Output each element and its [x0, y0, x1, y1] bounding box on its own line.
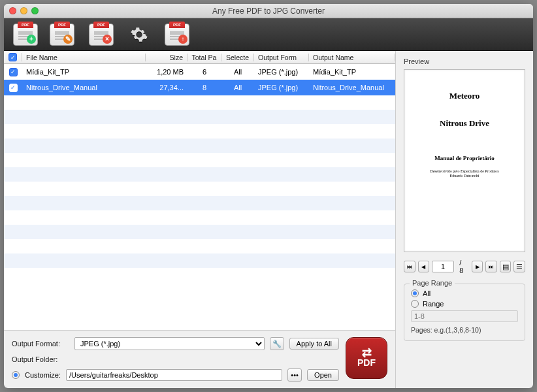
output-format-label: Output Format: — [12, 340, 69, 348]
page-range-group: Page Range All Range Pages: e.g.(1,3,6,8… — [404, 284, 525, 341]
cell-format: JPEG (*.jpg) — [254, 84, 309, 91]
pager: ⏮ ◀ / 8 ▶ ⏭ ▤ ☰ — [404, 259, 525, 274]
convert-button[interactable]: ⇄ PDF — [346, 337, 387, 379]
toolbar: PDF + ▼ PDF ✎ PDF × PDF ↑ — [4, 18, 533, 51]
up-arrow-icon: ↑ — [178, 35, 187, 44]
row-checkbox[interactable]: ✓ — [9, 68, 18, 76]
prev-page-button[interactable]: ◀ — [418, 261, 430, 272]
output-format-select[interactable]: JPEG (*.jpg) — [74, 337, 265, 350]
page-total: / 8 — [459, 259, 466, 274]
cell-total: 6 — [187, 68, 221, 76]
first-page-button[interactable]: ⏮ — [404, 261, 415, 272]
add-pdf-button[interactable]: PDF + — [13, 24, 38, 46]
range-all-label: All — [423, 289, 431, 297]
range-hint: Pages: e.g.(1,3,6,8-10) — [411, 326, 518, 334]
col-output-format[interactable]: Output Form — [254, 54, 309, 61]
minimize-icon[interactable] — [20, 7, 27, 14]
last-page-button[interactable]: ⏭ — [485, 261, 497, 272]
cell-format: JPEG (*.jpg) — [254, 68, 309, 76]
preview-title1: Meteoro — [449, 91, 480, 101]
preview-credits: Desenvolvido pelo Especialista de Produt… — [430, 169, 498, 178]
table-header: ✓ File Name Size Total Pa Selecte Output… — [4, 51, 395, 64]
row-checkbox[interactable]: ✓ — [9, 84, 18, 92]
col-size[interactable]: Size — [146, 54, 187, 61]
cell-output-name: Nitrous_Drive_Manual — [309, 84, 395, 91]
pencil-icon: ✎ — [63, 35, 73, 44]
cell-total: 8 — [187, 84, 221, 91]
edit-pdf-button[interactable]: PDF ✎ — [50, 24, 74, 46]
page-list-button[interactable]: ☰ — [513, 261, 525, 272]
table-row[interactable]: ✓ Mídia_Kit_TP 1,20 MB 6 All JPEG (*.jpg… — [4, 64, 395, 80]
format-settings-button[interactable]: 🔧 — [270, 337, 284, 350]
close-icon[interactable] — [9, 7, 16, 14]
wrench-icon: 🔧 — [272, 340, 282, 348]
customize-radio[interactable] — [12, 371, 20, 379]
open-folder-button[interactable]: Open — [307, 369, 339, 381]
browse-button[interactable]: ••• — [287, 368, 302, 382]
cell-file-name: Nitrous_Drive_Manual — [22, 84, 146, 91]
output-folder-label: Output Folder: — [12, 355, 69, 363]
page-number-input[interactable] — [432, 261, 454, 272]
gear-icon — [130, 25, 148, 44]
cell-size: 1,20 MB — [146, 68, 187, 76]
output-path-input[interactable] — [66, 369, 282, 381]
page-range-legend: Page Range — [410, 279, 455, 287]
range-custom-radio[interactable] — [411, 300, 419, 308]
titlebar: Any Free PDF to JPG Converter — [4, 4, 533, 18]
cell-file-name: Mídia_Kit_TP — [22, 68, 146, 76]
plus-icon: + — [27, 35, 36, 44]
preview-title3: Manual de Proprietário — [434, 155, 494, 161]
col-total-pages[interactable]: Total Pa — [187, 54, 221, 61]
export-pdf-button[interactable]: PDF ↑ — [165, 24, 189, 46]
cell-size: 27,34... — [146, 84, 187, 91]
col-output-name[interactable]: Output Name — [309, 54, 395, 61]
cell-selected: All — [221, 84, 254, 91]
bottom-panel: Output Format: JPEG (*.jpg) 🔧 Apply to A… — [4, 330, 395, 388]
col-selected[interactable]: Selecte — [221, 54, 254, 61]
select-all-checkbox[interactable]: ✓ — [4, 53, 22, 62]
col-file-name[interactable]: File Name — [22, 54, 146, 61]
window-title: Any Free PDF to JPG Converter — [0, 7, 537, 16]
range-custom-label: Range — [423, 300, 444, 308]
file-table: ✓ File Name Size Total Pa Selecte Output… — [4, 51, 395, 330]
preview-pane: Meteoro Nitrous Drive Manual de Propriet… — [404, 69, 525, 252]
range-all-radio[interactable] — [411, 289, 419, 297]
remove-pdf-button[interactable]: PDF × — [89, 24, 114, 46]
x-icon: × — [103, 35, 112, 44]
customize-label: Customize: — [25, 371, 61, 379]
page-view-button[interactable]: ▤ — [500, 261, 512, 272]
preview-label: Preview — [404, 57, 525, 65]
settings-button[interactable] — [128, 24, 150, 46]
zoom-icon[interactable] — [31, 7, 39, 14]
table-row[interactable]: ✓ Nitrous_Drive_Manual 27,34... 8 All JP… — [4, 80, 395, 95]
range-input — [411, 310, 518, 322]
convert-arrows-icon: ⇄ — [362, 348, 372, 357]
next-page-button[interactable]: ▶ — [472, 261, 483, 272]
apply-to-all-button[interactable]: Apply to All — [289, 338, 339, 350]
preview-title2: Nitrous Drive — [440, 118, 489, 129]
cell-output-name: Mídia_Kit_TP — [309, 68, 395, 76]
cell-selected: All — [221, 68, 254, 76]
